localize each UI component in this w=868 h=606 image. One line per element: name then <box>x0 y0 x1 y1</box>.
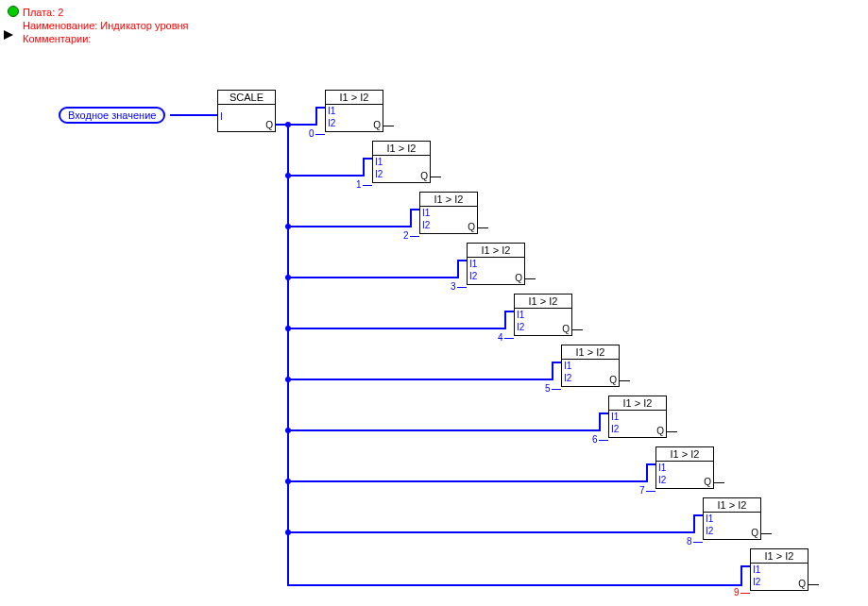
cmp-pin-i1: I1 <box>753 564 760 575</box>
cmp-title: I1 > I2 <box>609 396 666 411</box>
wire <box>363 158 372 160</box>
cmp-pin-q: Q <box>562 324 570 334</box>
cmp-block-4[interactable]: I1 > I2 I1 I2 Q <box>514 294 572 336</box>
cmp-pin-i1: I1 <box>611 412 619 422</box>
cmp-pin-i1: I1 <box>517 310 524 320</box>
cmp-pin-i1: I1 <box>564 361 571 371</box>
output-stub <box>477 227 488 228</box>
cmp-block-5[interactable]: I1 > I2 I1 I2 Q <box>561 345 620 387</box>
cmp-block-3[interactable]: I1 > I2 I1 I2 Q <box>467 243 525 285</box>
cmp-pin-i2: I2 <box>469 271 477 281</box>
wire <box>599 412 601 431</box>
cmp-pin-i2: I2 <box>375 169 383 179</box>
cmp-pin-i1: I1 <box>658 463 666 473</box>
wire <box>552 389 561 390</box>
cmp-block-6[interactable]: I1 > I2 I1 I2 Q <box>608 396 667 438</box>
cmp-pin-i2: I2 <box>422 220 430 230</box>
scale-pin-q: Q <box>265 120 273 130</box>
cmp-block-8[interactable]: I1 > I2 I1 I2 Q <box>703 497 761 540</box>
wire <box>288 379 553 380</box>
wire <box>740 593 750 594</box>
output-stub <box>383 126 394 126</box>
cmp-block-0[interactable]: I1 > I2 I1 I2 Q <box>325 90 383 132</box>
const-9: 9 <box>734 587 740 598</box>
const-8: 8 <box>687 536 692 547</box>
wire <box>646 491 655 492</box>
const-6: 6 <box>592 434 598 445</box>
wire <box>693 514 703 516</box>
header-comments: Комментарии: <box>23 32 189 45</box>
wire <box>315 107 317 126</box>
header: Плата: 2 Наименование: Индикатор уровня … <box>23 6 189 45</box>
cmp-pin-i2: I2 <box>706 526 713 536</box>
cmp-block-9[interactable]: I1 > I2 I1 I2 Q <box>750 548 808 591</box>
cmp-block-7[interactable]: I1 > I2 I1 I2 Q <box>655 446 714 489</box>
cmp-pin-i1: I1 <box>328 106 335 116</box>
output-stub <box>430 177 441 177</box>
cmp-pin-i2: I2 <box>658 475 666 485</box>
cmp-pin-i2: I2 <box>564 373 571 383</box>
cmp-pin-i1: I1 <box>469 259 477 269</box>
wire <box>599 412 608 414</box>
cmp-pin-i1: I1 <box>375 157 383 167</box>
output-stub <box>713 482 724 483</box>
input-tag[interactable]: Входное значение <box>59 107 165 124</box>
cmp-pin-q: Q <box>704 477 711 487</box>
wire <box>288 175 364 177</box>
wire <box>288 328 505 329</box>
comment-arrow-icon <box>4 30 13 40</box>
const-5: 5 <box>545 383 551 394</box>
const-3: 3 <box>451 281 456 292</box>
wire <box>693 542 703 543</box>
diagram-canvas[interactable]: Плата: 2 Наименование: Индикатор уровня … <box>0 0 868 606</box>
wire-bus <box>287 124 289 586</box>
const-4: 4 <box>498 332 503 343</box>
wire <box>410 236 419 237</box>
wire <box>693 514 695 533</box>
cmp-pin-i2: I2 <box>328 118 335 128</box>
input-label: Входное значение <box>68 109 156 121</box>
wire <box>504 338 514 339</box>
cmp-block-1[interactable]: I1 > I2 I1 I2 Q <box>372 141 431 183</box>
cmp-title: I1 > I2 <box>656 447 713 462</box>
wire <box>288 531 694 533</box>
output-stub <box>619 380 630 381</box>
cmp-title: I1 > I2 <box>468 244 524 258</box>
cmp-pin-q: Q <box>420 171 428 181</box>
wire <box>288 584 741 586</box>
cmp-pin-q: Q <box>515 273 522 283</box>
scale-block[interactable]: SCALE I Q <box>217 90 276 132</box>
wire <box>288 277 458 278</box>
wire <box>504 311 506 329</box>
output-stub <box>524 278 536 279</box>
wire <box>504 311 514 312</box>
output-stub <box>571 329 583 330</box>
wire <box>552 362 561 363</box>
cmp-pin-i2: I2 <box>753 577 760 587</box>
const-7: 7 <box>639 485 645 496</box>
cmp-pin-q: Q <box>468 222 475 232</box>
wire <box>457 287 467 288</box>
const-1: 1 <box>356 179 362 190</box>
cmp-title: I1 > I2 <box>373 142 430 156</box>
output-stub <box>808 584 819 585</box>
const-0: 0 <box>309 128 315 139</box>
wire <box>315 107 325 109</box>
wire <box>599 440 608 441</box>
wire <box>410 209 412 227</box>
wire <box>315 134 325 135</box>
wire <box>288 226 411 227</box>
cmp-pin-i2: I2 <box>517 322 524 332</box>
cmp-pin-i1: I1 <box>422 208 430 218</box>
cmp-title: I1 > I2 <box>704 498 760 513</box>
wire <box>552 362 553 380</box>
wire <box>740 565 742 586</box>
output-stub <box>666 431 677 432</box>
scale-pin-i: I <box>220 111 223 122</box>
cmp-block-2[interactable]: I1 > I2 I1 I2 Q <box>419 192 478 234</box>
cmp-title: I1 > I2 <box>751 549 808 564</box>
wire <box>363 185 372 186</box>
cmp-title: I1 > I2 <box>562 345 619 360</box>
wire <box>410 209 419 210</box>
cmp-pin-q: Q <box>798 579 806 589</box>
